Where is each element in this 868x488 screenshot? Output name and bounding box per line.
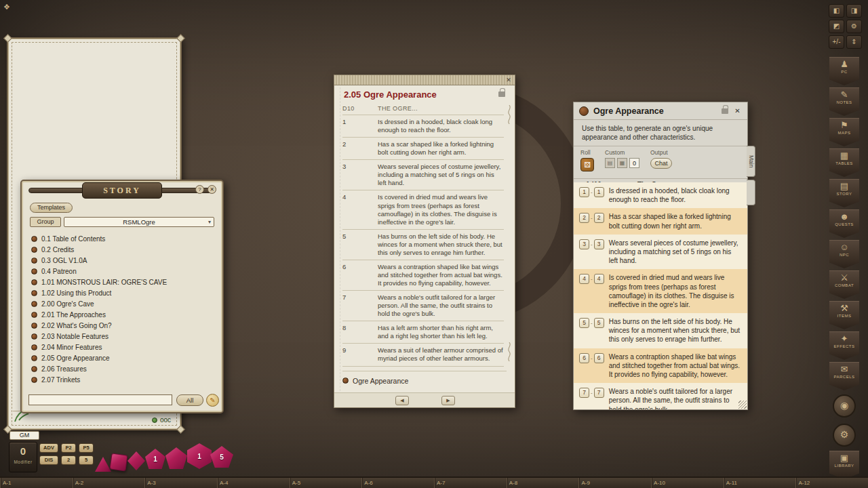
- modifier-button[interactable]: DIS: [39, 455, 58, 465]
- tab-secondary[interactable]: [747, 180, 755, 205]
- story-list-item[interactable]: 0.3 OGL V1.0A: [31, 255, 216, 266]
- sidebar-item[interactable]: ✦ EFFECTS: [829, 331, 859, 360]
- chat-mode-selector[interactable]: ooc: [152, 416, 171, 424]
- sidebar-item[interactable]: ▤ STORY: [829, 179, 859, 207]
- close-icon[interactable]: ✕: [208, 185, 216, 194]
- hotkey-slot[interactable]: A-6: [361, 478, 434, 488]
- range-from-button[interactable]: 1: [579, 187, 589, 197]
- sidebar-item[interactable]: ☻ QUESTS: [829, 209, 859, 238]
- story-list-item[interactable]: 1.01 MONSTROUS LAIR: OGRE'S CAVE: [31, 277, 216, 287]
- range-to-button[interactable]: 3: [594, 239, 604, 249]
- die[interactable]: 1: [187, 443, 212, 469]
- range-to-button[interactable]: 7: [594, 388, 604, 398]
- sidebar-item[interactable]: ☺ NPC: [829, 240, 859, 268]
- table-link[interactable]: Ogre Appearance: [353, 377, 408, 385]
- custom-rows-icon[interactable]: ▤: [605, 158, 615, 168]
- tab-main[interactable]: Main: [747, 146, 755, 177]
- hotkey-slot[interactable]: A-9: [578, 478, 651, 488]
- modifier-button[interactable]: 2: [61, 455, 76, 465]
- range-from-button[interactable]: 5: [579, 318, 589, 328]
- hotkey-slot[interactable]: A-1: [0, 478, 73, 488]
- output-count[interactable]: 0: [629, 158, 639, 168]
- templates-button[interactable]: Templates: [30, 203, 73, 213]
- story-list-item[interactable]: 0.2 Credits: [31, 244, 216, 255]
- sidebar-item[interactable]: ♟ PC: [829, 57, 859, 85]
- die[interactable]: 5: [210, 446, 233, 468]
- story-list-item[interactable]: 2.01 The Approaches: [31, 309, 216, 320]
- modifier-button[interactable]: P2: [61, 443, 76, 453]
- range-from-button[interactable]: 4: [579, 274, 589, 284]
- plus-minus-button[interactable]: +/-: [829, 35, 844, 49]
- hotkey-slot[interactable]: A-10: [651, 478, 724, 488]
- hotkey-slot[interactable]: A-3: [144, 478, 217, 488]
- hotkey-slot[interactable]: A-8: [507, 478, 579, 488]
- range-to-button[interactable]: 2: [594, 213, 604, 223]
- filter-all-button[interactable]: All: [176, 394, 203, 406]
- filter-input[interactable]: [28, 394, 172, 405]
- sidebar-item-library[interactable]: ▣ LIBRARY: [829, 451, 859, 479]
- hotkey-slot[interactable]: A-2: [73, 478, 145, 488]
- modifier-button[interactable]: ADV: [39, 443, 58, 453]
- die[interactable]: [127, 451, 145, 470]
- story-list-item[interactable]: 0.4 Patreon: [31, 266, 216, 277]
- story-list-item[interactable]: 2.02 What's Going On?: [31, 320, 216, 331]
- sidebar-item[interactable]: ⚑ MAPS: [829, 118, 859, 146]
- window-split-left-icon[interactable]: ◧: [829, 4, 844, 18]
- range-to-button[interactable]: 4: [594, 274, 604, 284]
- story-list-item[interactable]: 2.04 Minor Features: [31, 342, 216, 352]
- options-button[interactable]: ⚙: [833, 424, 856, 447]
- sidebar-item[interactable]: ⚔ COMBAT: [829, 270, 859, 299]
- close-icon[interactable]: ✕: [733, 106, 742, 115]
- hotkey-slot[interactable]: A-5: [290, 478, 362, 488]
- lock-icon[interactable]: [722, 108, 728, 114]
- story-list-item[interactable]: 2.07 Trinkets: [31, 374, 216, 385]
- gear-icon[interactable]: ⚙: [846, 20, 862, 33]
- sidebar-item[interactable]: ⚒ ITEMS: [829, 301, 859, 329]
- die[interactable]: 1: [145, 449, 165, 469]
- story-list-item[interactable]: 2.00 Ogre's Cave: [31, 298, 216, 309]
- resize-grip[interactable]: [738, 401, 747, 409]
- window-split-right-icon[interactable]: ◨: [846, 4, 862, 18]
- story-list-item[interactable]: 2.06 Treasures: [31, 363, 216, 374]
- modifier-button[interactable]: P5: [79, 443, 94, 453]
- table-window-header[interactable]: Ogre Appearance ✕: [574, 102, 747, 120]
- custom-grid-icon[interactable]: ▦: [617, 158, 627, 168]
- hotkey-slot[interactable]: A-11: [724, 478, 796, 488]
- lock-icon[interactable]: [498, 92, 505, 97]
- range-to-button[interactable]: 5: [594, 318, 604, 328]
- sidebar-item[interactable]: ✉ PARCELS: [829, 362, 859, 390]
- next-page-button[interactable]: ▶: [441, 396, 455, 405]
- sidebar-item[interactable]: ✎ NOTES: [829, 87, 859, 116]
- token-bag-button[interactable]: ◉: [833, 394, 856, 418]
- close-icon[interactable]: ✕: [505, 76, 513, 84]
- die[interactable]: [165, 447, 187, 469]
- sidebar-item[interactable]: ▦ TABLES: [829, 148, 859, 177]
- window-drag-handle[interactable]: [334, 75, 515, 85]
- story-list-item[interactable]: 1.02 Using this Product: [31, 287, 216, 298]
- collapse-expand-icon[interactable]: ⇕: [846, 35, 862, 49]
- help-button[interactable]: ?: [195, 185, 204, 194]
- range-from-button[interactable]: 7: [579, 388, 589, 398]
- roll-dice-button[interactable]: ⚄: [580, 158, 594, 171]
- die[interactable]: [109, 453, 127, 471]
- range-to-button[interactable]: 6: [594, 353, 604, 363]
- group-dropdown[interactable]: RSMLOgre ▾: [64, 217, 214, 227]
- range-from-button[interactable]: 3: [579, 239, 589, 249]
- range-from-button[interactable]: 6: [579, 353, 589, 363]
- output-chat-button[interactable]: Chat: [650, 158, 672, 169]
- window-stack-icon[interactable]: ◩: [829, 20, 844, 33]
- modifier-box[interactable]: 0 Modifier: [9, 442, 37, 472]
- hotkey-slot[interactable]: A-4: [217, 478, 290, 488]
- story-list-item[interactable]: 2.05 Ogre Appearance: [31, 352, 216, 363]
- hotkey-slot[interactable]: A-12: [795, 478, 868, 488]
- hotkey-slot[interactable]: A-7: [434, 478, 507, 488]
- range-to-button[interactable]: 1: [594, 187, 604, 197]
- story-list-item[interactable]: 2.03 Notable Features: [31, 331, 216, 342]
- modifier-button[interactable]: 5: [79, 455, 94, 465]
- story-list-item[interactable]: 0.1 Table of Contents: [31, 233, 216, 244]
- previous-page-button[interactable]: ◀: [395, 396, 409, 405]
- edit-pencil-button[interactable]: ✎: [206, 394, 219, 407]
- die[interactable]: [95, 457, 111, 472]
- range-from-button[interactable]: 2: [579, 213, 589, 223]
- app-menu-icon[interactable]: ❖: [3, 3, 10, 12]
